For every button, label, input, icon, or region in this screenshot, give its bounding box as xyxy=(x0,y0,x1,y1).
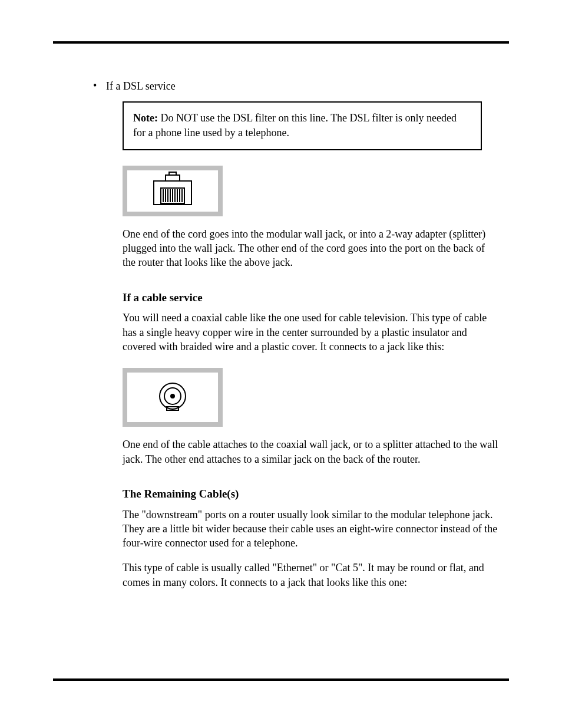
note-text: Do NOT use the DSL filter on this line. … xyxy=(133,112,457,138)
para-coax-intro: You will need a coaxial cable like the o… xyxy=(123,311,500,354)
para-ethernet: This type of cable is usually called "Et… xyxy=(123,561,500,589)
title-remaining-cables: The Remaining Cable(s) xyxy=(123,486,503,502)
bullet-dot-icon: • xyxy=(93,80,97,91)
svg-point-13 xyxy=(171,394,174,398)
page: • If a DSL service Note: Do NOT use the … xyxy=(0,0,562,728)
rj45-port-icon xyxy=(123,166,223,216)
rj45-svg xyxy=(149,170,196,209)
para-rj45: One end of the cord goes into the modula… xyxy=(123,227,500,270)
para-coax-use: One end of the cable attaches to the coa… xyxy=(123,437,500,466)
para-downstream: The "downstream" ports on a router usual… xyxy=(123,508,500,551)
bottom-rule xyxy=(53,678,509,681)
title-cable-service: If a cable service xyxy=(123,290,503,305)
coax-svg xyxy=(149,373,196,420)
coax-port-icon xyxy=(123,368,223,427)
note-label: Note: xyxy=(133,112,158,124)
top-rule xyxy=(53,41,509,44)
content-block: • If a DSL service Note: Do NOT use the … xyxy=(106,79,503,589)
note-box: Note: Do NOT use the DSL filter on this … xyxy=(123,101,482,150)
bullet-text: If a DSL service xyxy=(106,80,176,92)
bullet-item-dsl: • If a DSL service xyxy=(106,79,503,93)
